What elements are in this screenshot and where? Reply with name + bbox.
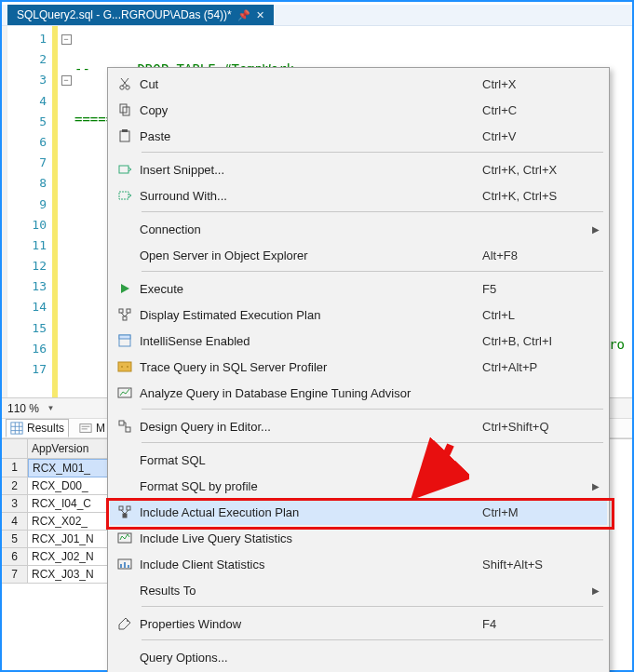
line-number: 12	[7, 256, 47, 276]
menu-item-label: Execute	[140, 282, 482, 296]
line-number: 5	[7, 112, 47, 132]
menu-item-format-sql-by-profile[interactable]: Format SQL by profile▶	[110, 473, 607, 499]
table-cell[interactable]: RCX_J01_N	[28, 531, 110, 548]
fold-toggle-icon[interactable]: −	[61, 75, 72, 86]
tab-results[interactable]: Results	[6, 419, 69, 437]
menu-item-shortcut: Ctrl+V	[482, 129, 585, 143]
row-header[interactable]: 2	[2, 477, 28, 495]
menu-item-properties-window[interactable]: Properties WindowF4	[110, 611, 607, 637]
svg-rect-14	[119, 166, 128, 173]
menu-item-shortcut: Ctrl+K, Ctrl+S	[482, 189, 585, 203]
menu-item-label: Trace Query in SQL Server Profiler	[140, 360, 482, 374]
line-number: 8	[7, 173, 47, 194]
row-header[interactable]: 6	[2, 548, 28, 566]
close-icon[interactable]: ✕	[256, 9, 264, 21]
menu-item-connection[interactable]: Connection▶	[110, 216, 607, 242]
line-number: 4	[7, 91, 47, 112]
menu-item-label: Format SQL by profile	[140, 479, 585, 493]
menu-item-shortcut: F4	[482, 617, 585, 631]
table-cell[interactable]: RCX_X02_	[28, 513, 110, 531]
row-header[interactable]: 1	[2, 459, 28, 477]
fold-toggle-icon[interactable]: −	[61, 34, 72, 45]
chevron-right-icon: ▶	[592, 224, 600, 235]
estplan-icon	[110, 307, 140, 322]
svg-rect-5	[80, 424, 91, 433]
menu-item-design-query-in-editor[interactable]: Design Query in Editor...Ctrl+Shift+Q	[110, 413, 607, 439]
row-header[interactable]: 5	[2, 531, 28, 548]
menu-item-include-actual-execution-plan[interactable]: Include Actual Execution PlanCtrl+M	[110, 499, 607, 525]
line-number: 2	[7, 49, 47, 70]
line-number: 13	[7, 276, 47, 297]
menu-item-label: Display Estimated Execution Plan	[140, 308, 482, 322]
menu-item-include-client-statistics[interactable]: Include Client StatisticsShift+Alt+S	[110, 551, 607, 577]
menu-item-query-options[interactable]: Query Options...	[110, 644, 607, 670]
svg-rect-29	[123, 514, 127, 517]
menu-item-label: IntelliSense Enabled	[140, 334, 482, 348]
row-header[interactable]: 4	[2, 513, 28, 531]
menu-item-copy[interactable]: CopyCtrl+C	[110, 97, 607, 123]
menu-item-include-live-query-statistics[interactable]: Include Live Query Statistics	[110, 525, 607, 551]
chevron-down-icon[interactable]: ▼	[45, 402, 57, 414]
menu-item-shortcut: F5	[482, 282, 585, 296]
menu-item-cut[interactable]: CutCtrl+X	[110, 71, 607, 97]
table-cell[interactable]: RCX_J02_N	[28, 548, 110, 566]
menu-item-label: Design Query in Editor...	[140, 420, 482, 434]
table-cell[interactable]: RCX_I04_C	[28, 495, 110, 513]
column-header[interactable]: AppVersion	[28, 439, 110, 459]
menu-item-open-server-in-object-explorer[interactable]: Open Server in Object ExplorerAlt+F8	[110, 242, 607, 268]
menu-item-insert-snippet[interactable]: Insert Snippet...Ctrl+K, Ctrl+X	[110, 156, 607, 182]
intelli-icon	[110, 333, 140, 348]
fold-gutter: − −	[58, 26, 74, 397]
svg-point-23	[127, 366, 128, 368]
tab-messages[interactable]: M	[74, 419, 110, 437]
svg-rect-30	[118, 533, 131, 543]
menu-item-intellisense-enabled[interactable]: IntelliSense EnabledCtrl+B, Ctrl+I	[110, 328, 607, 354]
menu-item-label: Properties Window	[140, 617, 482, 631]
menu-item-format-sql[interactable]: Format SQL	[110, 447, 607, 473]
surround-icon	[110, 188, 140, 203]
row-header[interactable]: 3	[2, 495, 28, 513]
menu-item-label: Connection	[140, 222, 585, 236]
menu-item-execute[interactable]: ExecuteF5	[110, 276, 607, 302]
chevron-right-icon: ▶	[592, 585, 600, 596]
menu-item-shortcut: Ctrl+L	[482, 308, 585, 322]
line-number: 14	[7, 297, 47, 317]
row-header[interactable]: 7	[2, 566, 28, 584]
menu-item-results-to[interactable]: Results To▶	[110, 577, 607, 603]
svg-rect-17	[127, 309, 130, 313]
menu-item-analyze-query-in-database-engine-tuning-advisor[interactable]: Analyze Query in Database Engine Tuning …	[110, 380, 607, 406]
menu-item-display-estimated-execution-plan[interactable]: Display Estimated Execution PlanCtrl+L	[110, 302, 607, 328]
svg-rect-27	[119, 506, 123, 510]
tuning-icon	[110, 385, 140, 400]
messages-icon	[79, 422, 92, 435]
menu-separator	[110, 603, 607, 611]
paste-icon	[110, 128, 140, 143]
menu-item-paste[interactable]: PasteCtrl+V	[110, 123, 607, 149]
table-cell[interactable]: RCX_D00_	[28, 477, 110, 495]
grid-corner[interactable]	[2, 439, 28, 459]
menu-item-label: Include Client Statistics	[140, 558, 482, 571]
menu-item-surround-with[interactable]: Surround With...Ctrl+K, Ctrl+S	[110, 182, 607, 208]
pin-icon[interactable]: 📌	[237, 9, 250, 21]
svg-rect-28	[127, 506, 130, 510]
svg-rect-13	[122, 129, 128, 132]
zoom-level[interactable]: 110 %	[7, 402, 39, 415]
line-number: 17	[7, 359, 47, 380]
menu-separator	[110, 637, 607, 644]
svg-rect-25	[119, 421, 124, 425]
tab-label: Results	[27, 422, 64, 435]
svg-rect-21	[118, 362, 131, 371]
line-number: 16	[7, 339, 47, 359]
line-number: 9	[7, 195, 47, 215]
svg-point-22	[121, 366, 123, 368]
svg-rect-15	[119, 192, 128, 199]
line-number: 6	[7, 132, 47, 153]
line-number: 15	[7, 318, 47, 339]
copy-icon	[110, 102, 140, 117]
table-cell[interactable]: RCX_J03_N	[28, 566, 110, 584]
svg-rect-34	[128, 565, 129, 568]
menu-item-trace-query-in-sql-server-profiler[interactable]: Trace Query in SQL Server ProfilerCtrl+A…	[110, 354, 607, 380]
menu-item-label: Analyze Query in Database Engine Tuning …	[140, 386, 585, 400]
editor-tab[interactable]: SQLQuery2.sql - G...RGROUP\ADas (54))* 📌…	[7, 5, 274, 25]
table-cell[interactable]: RCX_M01_	[28, 459, 110, 477]
